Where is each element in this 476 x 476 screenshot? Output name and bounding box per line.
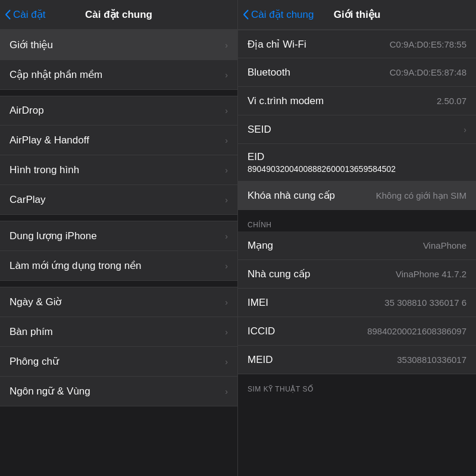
detail-list: Địa chỉ Wi-Fi C0:9A:D0:E5:78:55 Bluetoot… <box>238 30 476 476</box>
detail-group-2: CHÍNH Mạng VinaPhone Nhà cung cấp VinaPh… <box>238 216 476 374</box>
chevron-icon: › <box>225 195 228 205</box>
left-panel: Cài đặt Cài đặt chung Giới thiệu › Cập n… <box>0 0 238 476</box>
chevron-icon: › <box>225 298 228 307</box>
detail-item-khoa-ncc[interactable]: Khóa nhà cung cấp Không có giới hạn SIM <box>238 181 476 210</box>
detail-item-iccid[interactable]: ICCID 89840200021608386097 <box>238 317 476 346</box>
settings-item-dung-luong[interactable]: Dung lượng iPhone › <box>0 221 237 251</box>
settings-item-ngay-gio[interactable]: Ngày & Giờ › <box>0 287 237 317</box>
settings-item-ban-phim[interactable]: Bàn phím › <box>0 317 237 347</box>
settings-group-2: AirDrop › AirPlay & Handoff › Hình trong… <box>0 96 237 215</box>
chevron-icon: › <box>225 231 228 241</box>
settings-item-ngon-ngu[interactable]: Ngôn ngữ & Vùng › <box>0 377 237 406</box>
section-header-sim: SIM KỸ THUẬT SỐ <box>238 380 476 396</box>
detail-item-bluetooth[interactable]: Bluetooth C0:9A:D0:E5:87:48 <box>238 58 476 87</box>
detail-item-wifi[interactable]: Địa chỉ Wi-Fi C0:9A:D0:E5:78:55 <box>238 30 476 58</box>
chevron-icon: › <box>464 125 466 134</box>
chevron-icon: › <box>225 40 228 50</box>
detail-group-1: Địa chỉ Wi-Fi C0:9A:D0:E5:78:55 Bluetoot… <box>238 30 476 210</box>
chevron-icon: › <box>225 106 228 115</box>
chevron-icon: › <box>225 165 228 175</box>
settings-group-4: Ngày & Giờ › Bàn phím › Phông chữ › Ngôn… <box>0 287 237 406</box>
detail-group-3: SIM KỸ THUẬT SỐ <box>238 380 476 396</box>
chevron-icon: › <box>225 387 228 396</box>
settings-item-phong-chu[interactable]: Phông chữ › <box>0 347 237 377</box>
right-back-label: Cài đặt chung <box>251 8 314 21</box>
detail-item-imei[interactable]: IMEI 35 308810 336017 6 <box>238 289 476 317</box>
left-nav-title: Cài đặt chung <box>85 8 152 21</box>
settings-item-lam-moi[interactable]: Làm mới ứng dụng trong nền › <box>0 251 237 281</box>
detail-item-meid[interactable]: MEID 35308810336017 <box>238 346 476 374</box>
left-back-label: Cài đặt <box>13 8 45 21</box>
detail-item-mang[interactable]: Mạng VinaPhone <box>238 231 476 260</box>
settings-group-1: Giới thiệu › Cập nhật phần mềm › <box>0 30 237 90</box>
settings-list: Giới thiệu › Cập nhật phần mềm › AirDrop… <box>0 30 237 476</box>
right-nav-bar: Cài đặt chung Giới thiệu <box>238 0 476 30</box>
chevron-icon: › <box>225 70 228 80</box>
settings-item-gioi-thieu[interactable]: Giới thiệu › <box>0 30 237 60</box>
right-back-button[interactable]: Cài đặt chung <box>243 8 314 21</box>
right-panel: Cài đặt chung Giới thiệu Địa chỉ Wi-Fi C… <box>238 0 476 476</box>
settings-item-hinh-trong-hinh[interactable]: Hình trong hình › <box>0 155 237 185</box>
settings-group-3: Dung lượng iPhone › Làm mới ứng dụng tro… <box>0 221 237 281</box>
chevron-icon: › <box>225 136 228 145</box>
detail-item-eid: EID 890490320040088826000136595845​02 <box>238 144 476 181</box>
settings-item-carplay[interactable]: CarPlay › <box>0 185 237 215</box>
chevron-icon: › <box>225 261 228 271</box>
eid-value: 890490320040088826000136595845​02 <box>248 164 396 174</box>
left-nav-bar: Cài đặt Cài đặt chung <box>0 0 237 30</box>
detail-item-nha-cung-cap[interactable]: Nhà cung cấp VinaPhone 41.7.2 <box>238 260 476 289</box>
detail-item-seid[interactable]: SEID › <box>238 115 476 144</box>
settings-item-cap-nhat[interactable]: Cập nhật phần mềm › <box>0 60 237 90</box>
settings-item-airplay-handoff[interactable]: AirPlay & Handoff › <box>0 126 237 155</box>
detail-item-modem[interactable]: Vi c.trình modem 2.50.07 <box>238 87 476 115</box>
chevron-icon: › <box>225 327 228 337</box>
left-back-button[interactable]: Cài đặt <box>5 8 45 21</box>
settings-item-airdrop[interactable]: AirDrop › <box>0 96 237 126</box>
section-header-chinh: CHÍNH <box>238 216 476 231</box>
chevron-icon: › <box>225 357 228 367</box>
right-nav-title: Giới thiệu <box>334 8 381 21</box>
